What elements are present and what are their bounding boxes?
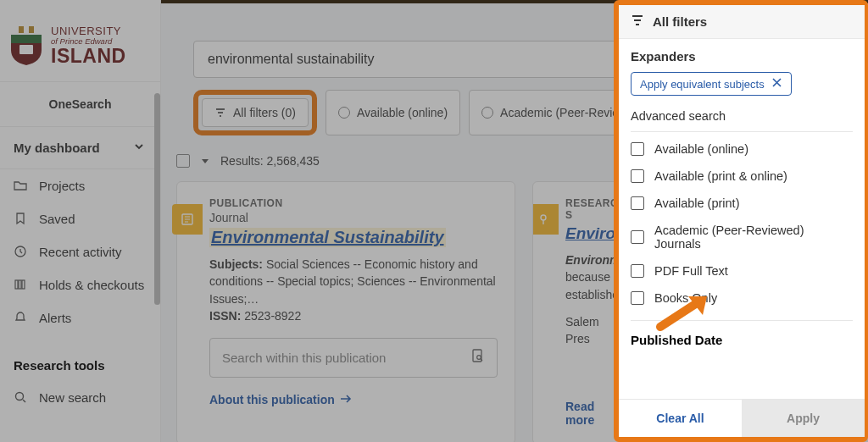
checkbox-icon bbox=[631, 169, 644, 183]
select-dropdown-icon[interactable] bbox=[202, 159, 209, 163]
issn-value: 2523-8922 bbox=[241, 309, 301, 323]
arrow-right-icon bbox=[340, 393, 352, 406]
svg-rect-4 bbox=[15, 280, 18, 289]
sidebar-item-label: Alerts bbox=[39, 311, 71, 325]
bookmark-icon bbox=[14, 212, 27, 225]
shield-icon bbox=[8, 26, 44, 65]
all-filters-button[interactable]: All filters (0) bbox=[202, 98, 309, 127]
chevron-down-icon bbox=[133, 141, 147, 154]
search-within-input[interactable]: Search within this publication bbox=[209, 338, 498, 378]
all-filters-panel: All filters Expanders Apply equivalent s… bbox=[614, 0, 868, 442]
published-date-section[interactable]: Published Date bbox=[631, 320, 853, 352]
radio-icon bbox=[338, 107, 350, 119]
logo-line3: ISLAND bbox=[51, 46, 126, 66]
about-publication-link[interactable]: About this publication bbox=[209, 393, 352, 406]
sidebar-item-label: Saved bbox=[39, 212, 75, 226]
result-card-research[interactable]: RESEARCH S Enviro Environme because of e… bbox=[532, 181, 626, 442]
filter-option-academic-journals[interactable]: Academic (Peer-Reviewed) Journals bbox=[631, 217, 853, 257]
all-filters-label: All filters (0) bbox=[233, 106, 296, 119]
press-line: Salem Pres bbox=[565, 315, 599, 345]
sidebar-scrollbar[interactable] bbox=[154, 0, 160, 442]
filter-option-label: PDF Full Text bbox=[654, 264, 728, 278]
filter-option-pdf-fulltext[interactable]: PDF Full Text bbox=[631, 257, 853, 285]
expanders-heading: Expanders bbox=[631, 49, 853, 64]
results-count: Results: 2,568,435 bbox=[220, 154, 320, 168]
sidebar-item-recent[interactable]: Recent activity bbox=[0, 235, 160, 268]
filter-option-available-print[interactable]: Available (print) bbox=[631, 190, 853, 217]
svg-point-7 bbox=[16, 393, 24, 401]
panel-footer: Clear All Apply bbox=[619, 399, 865, 437]
published-date-label: Published Date bbox=[631, 333, 722, 347]
svg-rect-6 bbox=[22, 280, 25, 289]
filter-icon bbox=[214, 107, 226, 119]
sidebar-item-holds[interactable]: Holds & checkouts bbox=[0, 268, 160, 301]
close-icon[interactable] bbox=[771, 77, 782, 91]
card-subtype: Journal bbox=[209, 211, 498, 224]
sidebar-item-label: Holds & checkouts bbox=[39, 278, 144, 292]
filter-icon bbox=[631, 14, 644, 30]
search-icon bbox=[14, 390, 27, 404]
sidebar-item-alerts[interactable]: Alerts bbox=[0, 301, 160, 334]
onesearch-label[interactable]: OneSearch bbox=[0, 81, 160, 126]
sidebar: UNIVERSITY of Prince Edward ISLAND OneSe… bbox=[0, 0, 161, 442]
panel-header: All filters bbox=[619, 5, 865, 39]
checkbox-icon bbox=[631, 291, 644, 305]
filter-option-label: Academic (Peer-Reviewed) Journals bbox=[654, 224, 853, 251]
advanced-search-link[interactable]: Advanced search bbox=[631, 109, 853, 123]
research-icon bbox=[532, 204, 559, 235]
dashboard-label: My dashboard bbox=[14, 141, 100, 155]
books-icon bbox=[14, 278, 27, 291]
sidebar-item-label: Recent activity bbox=[39, 245, 122, 259]
clear-all-button[interactable]: Clear All bbox=[619, 400, 742, 437]
expander-chip-label: Apply equivalent subjects bbox=[640, 78, 765, 91]
card-type-label: PUBLICATION bbox=[209, 197, 498, 209]
sidebar-item-label: Projects bbox=[39, 179, 85, 193]
svg-rect-5 bbox=[19, 280, 21, 289]
bell-icon bbox=[14, 311, 27, 324]
checkbox-icon bbox=[631, 230, 644, 244]
filter-option-label: Available (print) bbox=[654, 196, 739, 210]
checkbox-icon bbox=[631, 196, 644, 210]
subjects-label: Subjects: bbox=[209, 257, 263, 271]
footer-label: About this publication bbox=[209, 393, 335, 406]
filter-option-label: Available (online) bbox=[654, 142, 748, 156]
chip-label: Available (online) bbox=[357, 106, 448, 119]
checkbox-icon bbox=[631, 264, 644, 278]
svg-rect-0 bbox=[19, 26, 24, 33]
panel-title: All filters bbox=[653, 14, 707, 29]
sidebar-item-projects[interactable]: Projects bbox=[0, 169, 160, 202]
filter-option-available-online[interactable]: Available (online) bbox=[631, 135, 853, 163]
radio-icon bbox=[481, 107, 493, 119]
search-within-placeholder: Search within this publication bbox=[222, 351, 386, 365]
logo-line1: UNIVERSITY bbox=[51, 25, 126, 37]
research-tools-heading: Research tools bbox=[0, 334, 160, 381]
publication-icon bbox=[172, 204, 203, 235]
my-dashboard-toggle[interactable]: My dashboard bbox=[0, 126, 160, 169]
result-title-link[interactable]: Environmental Sustainability bbox=[209, 228, 446, 247]
svg-point-10 bbox=[477, 356, 481, 360]
filter-option-label: Books Only bbox=[654, 291, 717, 305]
sidebar-item-saved[interactable]: Saved bbox=[0, 202, 160, 235]
issn-label: ISSN: bbox=[209, 309, 241, 323]
all-filters-highlight: All filters (0) bbox=[193, 90, 317, 135]
svg-rect-2 bbox=[19, 45, 33, 54]
history-icon bbox=[14, 245, 27, 258]
svg-rect-1 bbox=[29, 26, 34, 33]
filter-option-books-only[interactable]: Books Only bbox=[631, 285, 853, 312]
folder-icon bbox=[14, 179, 27, 192]
apply-button[interactable]: Apply bbox=[742, 400, 865, 437]
svg-point-11 bbox=[541, 215, 546, 220]
filter-option-label: Available (print & online) bbox=[654, 169, 787, 183]
result-card-publication[interactable]: PUBLICATION Journal Environmental Sustai… bbox=[176, 181, 515, 442]
institution-logo: UNIVERSITY of Prince Edward ISLAND bbox=[0, 20, 160, 81]
sidebar-item-label: New search bbox=[39, 390, 106, 405]
result-title-link[interactable]: Enviro bbox=[565, 224, 615, 243]
checkbox-icon bbox=[631, 142, 644, 156]
chip-available-online[interactable]: Available (online) bbox=[326, 90, 460, 135]
filter-option-available-print-online[interactable]: Available (print & online) bbox=[631, 163, 853, 190]
sidebar-item-new-search[interactable]: New search bbox=[0, 381, 160, 414]
document-search-icon bbox=[471, 349, 485, 367]
select-all-checkbox[interactable] bbox=[176, 154, 190, 168]
card-body: Subjects: Social Sciences -- Economic hi… bbox=[209, 256, 498, 324]
expander-chip[interactable]: Apply equivalent subjects bbox=[631, 72, 792, 96]
